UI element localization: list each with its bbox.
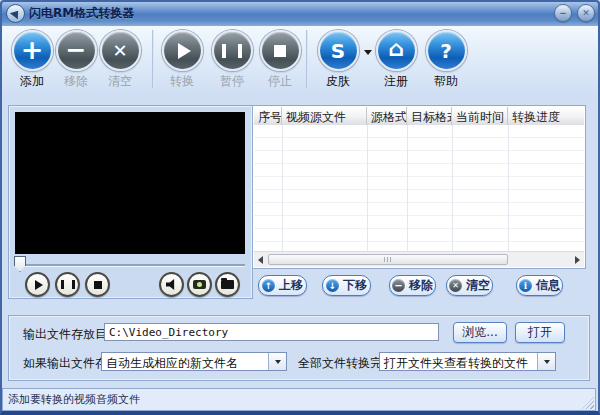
browse-button[interactable]: 浏览...: [453, 322, 507, 343]
resize-grip[interactable]: [582, 397, 594, 409]
play-icon: [35, 280, 43, 290]
close-icon: ✕: [582, 9, 590, 18]
after-convert-value: 打开文件夹查看转换的文件: [380, 353, 537, 370]
horizontal-scrollbar[interactable]: [254, 251, 584, 267]
player-play-button[interactable]: [25, 272, 50, 297]
toolbar-pause-button[interactable]: 暂停: [208, 30, 256, 90]
toolbar-add-label: 添加: [8, 73, 56, 90]
file-exists-select[interactable]: 自动生成相应的新文件名: [101, 352, 287, 371]
clear-cross-icon: [100, 30, 141, 71]
column-header-progress[interactable]: 转换进度: [508, 107, 584, 125]
remove-item-label: 移除: [409, 277, 433, 294]
file-table-panel: 序号 视频源文件 源格式 目标格式 当前时间 转换进度: [252, 105, 586, 269]
scroll-right-arrow-icon[interactable]: [571, 252, 584, 267]
window-title: 闪电RM格式转换器: [29, 5, 134, 22]
move-down-icon: [326, 279, 339, 292]
open-folder-icon: [221, 280, 234, 289]
skin-s-icon: [318, 30, 359, 71]
column-divider: [452, 125, 453, 251]
help-question-icon: [426, 30, 467, 71]
scroll-left-arrow-icon[interactable]: [254, 252, 267, 267]
toolbar-add-button[interactable]: 添加: [8, 30, 56, 90]
minimize-icon: −: [559, 9, 567, 18]
stop-icon: [260, 30, 301, 71]
toolbar-skin-button[interactable]: 皮肤: [314, 30, 362, 90]
column-header-source-file[interactable]: 视频源文件: [282, 107, 367, 125]
scrollbar-thumb[interactable]: [268, 254, 508, 265]
output-settings-group: 输出文件存放目录: 浏览... 打开 如果输出文件存在: 自动生成相应的新文件名…: [8, 315, 590, 381]
toolbar-separator: [152, 30, 154, 88]
output-dir-input[interactable]: [104, 323, 439, 341]
seek-slider-track[interactable]: [16, 264, 245, 266]
toolbar-separator: [306, 30, 308, 88]
toolbar-clear-button[interactable]: 清空: [96, 30, 144, 90]
move-up-icon: [262, 279, 275, 292]
lightning-icon: [9, 7, 21, 19]
seek-slider-thumb[interactable]: [14, 256, 26, 272]
move-up-label: 上移: [279, 277, 303, 294]
move-up-button[interactable]: 上移: [258, 275, 307, 296]
remove-minus-icon: [392, 279, 405, 292]
column-divider: [282, 125, 283, 251]
player-stop-button[interactable]: [85, 272, 110, 297]
toolbar-stop-label: 停止: [256, 73, 304, 90]
file-exists-value: 自动生成相应的新文件名: [102, 353, 268, 370]
snapshot-camera-icon: [193, 280, 206, 289]
register-home-icon: [376, 30, 417, 71]
chevron-down-icon[interactable]: [268, 353, 286, 370]
move-down-button[interactable]: 下移: [322, 275, 371, 296]
toolbar-pause-label: 暂停: [208, 73, 256, 90]
player-open-folder-button[interactable]: [215, 272, 240, 297]
app-window: 闪电RM格式转换器 − ✕ 添加 移除 清空 转换 暂停 停止: [0, 0, 600, 415]
toolbar-stop-button[interactable]: 停止: [256, 30, 304, 90]
column-header-index[interactable]: 序号: [254, 107, 282, 125]
minimize-button[interactable]: −: [554, 4, 572, 22]
video-display: [15, 112, 245, 254]
status-bar: 添加要转换的视频音频文件: [2, 388, 596, 411]
column-header-source-format[interactable]: 源格式: [367, 107, 407, 125]
clear-list-button[interactable]: 清空: [446, 275, 493, 296]
toolbar-help-label: 帮助: [422, 73, 470, 90]
chevron-down-icon[interactable]: [537, 353, 555, 370]
move-down-label: 下移: [343, 277, 367, 294]
column-header-current-time[interactable]: 当前时间: [452, 107, 508, 125]
toolbar-remove-button[interactable]: 移除: [52, 30, 100, 90]
toolbar-convert-label: 转换: [158, 73, 206, 90]
pause-icon: [212, 30, 253, 71]
toolbar-clear-label: 清空: [96, 73, 144, 90]
player-panel: [8, 105, 253, 299]
toolbar-convert-button[interactable]: 转换: [158, 30, 206, 90]
file-table-header: 序号 视频源文件 源格式 目标格式 当前时间 转换进度: [254, 107, 584, 126]
file-list-body[interactable]: [254, 125, 584, 251]
remove-item-button[interactable]: 移除: [389, 275, 436, 296]
column-divider: [367, 125, 368, 251]
after-convert-select[interactable]: 打开文件夹查看转换的文件: [379, 352, 556, 371]
app-icon: [6, 4, 25, 23]
toolbar-remove-label: 移除: [52, 73, 100, 90]
info-button[interactable]: 信息: [516, 275, 563, 296]
info-label: 信息: [536, 277, 560, 294]
column-divider: [508, 125, 509, 251]
convert-play-icon: [162, 30, 203, 71]
toolbar-register-button[interactable]: 注册: [372, 30, 420, 90]
remove-minus-icon: [56, 30, 97, 71]
clear-list-label: 清空: [466, 277, 490, 294]
stop-icon: [94, 281, 102, 289]
volume-icon: [166, 279, 178, 290]
toolbar: 添加 移除 清空 转换 暂停 停止 皮肤 注册: [0, 26, 600, 96]
open-button[interactable]: 打开: [515, 322, 565, 343]
player-pause-button[interactable]: [55, 272, 80, 297]
titlebar[interactable]: 闪电RM格式转换器 − ✕: [0, 0, 600, 26]
toolbar-help-button[interactable]: 帮助: [422, 30, 470, 90]
toolbar-register-label: 注册: [372, 73, 420, 90]
info-icon: [519, 279, 532, 292]
skin-dropdown-arrow-icon[interactable]: [364, 50, 372, 55]
player-volume-button[interactable]: [159, 272, 184, 297]
column-divider: [407, 125, 408, 251]
player-snapshot-button[interactable]: [187, 272, 212, 297]
clear-cross-icon: [449, 279, 462, 292]
toolbar-skin-label: 皮肤: [314, 73, 362, 90]
close-button[interactable]: ✕: [577, 4, 595, 22]
pause-icon: [61, 280, 75, 289]
column-header-target-format[interactable]: 目标格式: [407, 107, 452, 125]
